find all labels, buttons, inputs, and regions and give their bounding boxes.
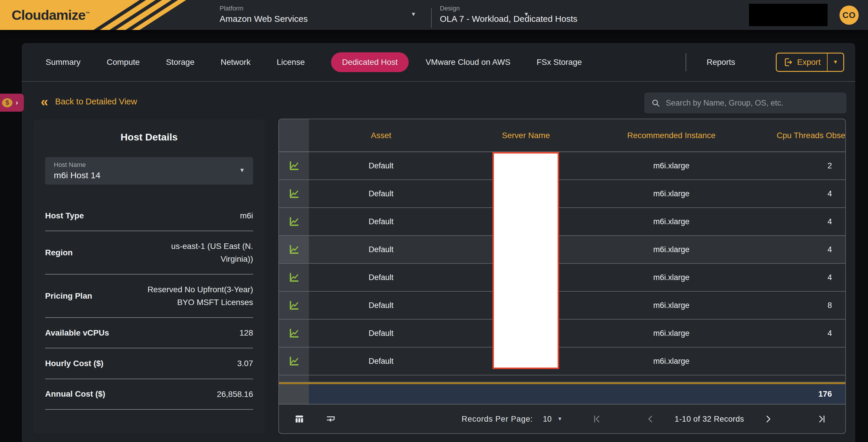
table-row-highlighted[interactable]: Default m6i.xlarge 4 [279,236,845,264]
host-details-card: Host Details Host Name m6i Host 14 ▼ Hos… [33,119,265,433]
design-caret-icon[interactable]: ▼ [524,11,529,18]
export-caret-icon[interactable]: ▼ [828,59,843,65]
tab-fsx-storage[interactable]: FSx Storage [537,58,582,67]
chart-cell[interactable] [279,292,309,319]
previous-page-button[interactable] [646,414,655,424]
platform-dropdown[interactable]: Platform Amazon Web Services [220,5,308,24]
cpu-threads-cell: 4 [744,320,845,347]
cpu-threads-cell: 4 [744,236,845,263]
design-label: Design [440,5,578,12]
tab-license[interactable]: License [277,58,305,67]
cost-drawer-tab[interactable]: $ › [0,94,24,112]
line-chart-icon [288,216,300,227]
host-field-row: Host Type m6i [45,201,253,231]
asset-cell: Default [309,292,453,319]
tab-compute[interactable]: Compute [107,58,140,67]
column-header-cpu-threads[interactable]: Cpu Threads Obse [744,119,845,152]
chart-cell[interactable] [279,236,309,263]
chart-cell[interactable] [279,180,309,207]
back-to-detailed-view-link[interactable]: « Back to Detailed View [41,95,137,108]
back-link-label: Back to Detailed View [55,97,137,106]
chart-cell[interactable] [279,208,309,235]
asset-cell: Default [309,180,453,207]
field-label: Available vCPUs [45,328,109,338]
chart-cell[interactable] [279,152,309,180]
brand-logo-slab: Cloudamize™ [0,0,186,30]
recommended-instance-cell: m6i.xlarge [599,208,744,235]
line-chart-icon [288,355,300,367]
records-per-page-select[interactable]: Records Per Page: 10 ▼ [462,415,562,424]
tab-network[interactable]: Network [221,58,251,67]
table-row[interactable]: Default m6i.xlarge [279,347,845,375]
table-row[interactable]: Default m6i.xlarge 2 [279,152,845,180]
asset-cell: Default [309,236,453,263]
host-name-select[interactable]: Host Name m6i Host 14 ▼ [45,157,253,185]
table-row[interactable]: Default m6i.xlarge 4 [279,264,845,292]
table-row[interactable]: Default m6i.xlarge 4 [279,180,845,208]
total-row-icon-cell [279,384,309,404]
column-header-recommended-instance[interactable]: Recommended Instance [599,119,744,152]
column-chooser-button[interactable] [294,414,305,424]
tab-vmware-cloud-on-aws[interactable]: VMware Cloud on AWS [426,58,510,67]
recommended-instance-cell: m6i.xlarge [599,264,744,291]
field-label: Pricing Plan [45,291,92,301]
table-row[interactable]: Default m6i.xlarge 4 [279,320,845,347]
last-page-button[interactable] [817,414,827,424]
tab-dedicated-host[interactable]: Dedicated Host [331,52,409,72]
export-icon [783,57,793,67]
field-value: m6i [240,209,253,222]
cpu-threads-cell: 8 [744,292,845,319]
field-label: Region [45,248,73,257]
host-details-title: Host Details [33,119,265,143]
asset-cell: Default [309,320,453,347]
export-button[interactable]: Export ▼ [776,53,844,72]
table-row[interactable]: Default m6i.xlarge 4 [279,208,845,236]
records-per-page-caret-icon: ▼ [557,416,562,422]
host-field-row: Annual Cost ($) 26,858.16 [45,379,253,410]
header-divider [431,8,432,28]
recommended-instance-cell: m6i.xlarge [599,152,744,180]
chart-cell[interactable] [279,347,309,375]
asset-cell: Default [309,264,453,291]
line-chart-icon [288,327,300,339]
trademark-symbol: ™ [86,11,90,16]
double-chevron-left-icon: « [41,95,48,108]
tab-summary[interactable]: Summary [46,58,81,67]
host-details-fields: Host Type m6i Region us-east-1 (US East … [45,201,253,410]
wrap-text-button[interactable] [326,414,336,424]
field-value: 26,858.16 [217,388,253,401]
recommended-instance-cell: m6i.xlarge [599,292,744,319]
last-page-icon [817,414,827,424]
cpu-threads-cell: 2 [744,152,845,180]
first-page-button[interactable] [592,414,602,424]
next-page-button[interactable] [763,414,773,424]
design-value: OLA 7 - Workload, Dedicated Hosts [440,14,578,24]
recommended-instance-cell: m6i.xlarge [599,320,744,347]
recommended-instance-cell: m6i.xlarge [599,180,744,207]
user-avatar[interactable]: CO [839,5,859,25]
host-field-row: Hourly Cost ($) 3.07 [45,348,253,379]
pagination: 1-10 of 32 Records [592,414,827,424]
host-field-row: Available vCPUs 128 [45,318,253,348]
chart-cell[interactable] [279,264,309,291]
column-header-asset[interactable]: Asset [309,119,453,152]
design-dropdown[interactable]: Design OLA 7 - Workload, Dedicated Hosts [440,5,578,24]
asset-cell: Default [309,347,453,375]
reports-button[interactable]: Reports [707,58,735,67]
search-input[interactable] [666,99,839,107]
first-page-icon [592,414,602,424]
search-box[interactable] [644,92,846,114]
redacted-server-names [493,152,559,369]
table-row[interactable]: Default m6i.xlarge 8 [279,292,845,320]
records-per-page-label: Records Per Page: [462,415,533,424]
platform-caret-icon[interactable]: ▼ [411,11,416,18]
chart-cell[interactable] [279,320,309,347]
redacted-region [749,4,828,26]
host-field-row: Region us-east-1 (US East (N. Virginia)) [45,231,253,275]
asset-cell: Default [309,208,453,235]
column-header-server-name[interactable]: Server Name [453,119,599,152]
top-header: Cloudamize™ Platform Amazon Web Services… [0,0,868,30]
wrap-text-icon [326,414,336,424]
field-value: 3.07 [237,357,253,370]
tab-storage[interactable]: Storage [166,58,194,67]
